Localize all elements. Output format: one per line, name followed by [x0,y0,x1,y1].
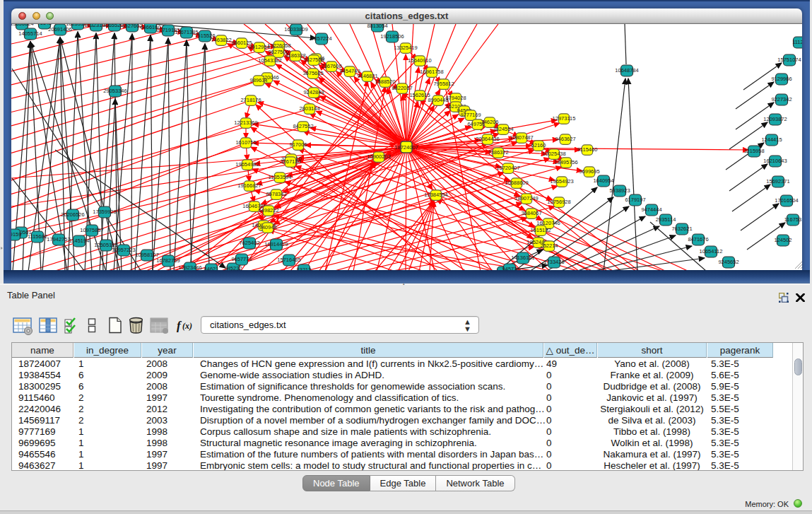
svg-text:19218506: 19218506 [380,33,404,40]
svg-text:19756928: 19756928 [547,199,570,205]
svg-text:17942757: 17942757 [47,236,70,243]
svg-text:9657771: 9657771 [231,256,252,262]
svg-text:6179197: 6179197 [625,197,645,203]
svg-text:989634: 989634 [249,77,267,83]
svg-text:18724007: 18724007 [394,144,418,151]
svg-text:16914479: 16914479 [264,241,288,247]
svg-text:940948: 940948 [259,224,276,230]
svg-text:62160: 62160 [531,142,546,148]
svg-text:5498222: 5498222 [258,207,278,214]
svg-text:9777169: 9777169 [460,112,481,118]
svg-text:18907249: 18907249 [514,195,538,201]
svg-text:9699695: 9699695 [579,168,599,175]
svg-text:1562615: 1562615 [409,92,430,98]
svg-text:9245652: 9245652 [718,259,739,265]
svg-text:15692371: 15692371 [766,178,789,185]
svg-text:15720407: 15720407 [496,165,519,171]
svg-text:16210643: 16210643 [763,158,787,164]
svg-text:7386372: 7386372 [488,149,508,156]
svg-text:15640910: 15640910 [408,57,431,64]
svg-text:19384554: 19384554 [424,192,447,198]
svg-text:2935114: 2935114 [656,216,676,223]
svg-text:1145194: 1145194 [69,238,90,244]
svg-text:8186328: 8186328 [285,52,305,59]
svg-text:2718176: 2718176 [240,97,261,103]
svg-text:19654982: 19654982 [235,161,259,168]
svg-text:1640954: 1640954 [593,177,613,184]
svg-text:1615132: 1615132 [530,227,551,233]
svg-text:29053346: 29053346 [103,88,126,94]
svg-text:15716485: 15716485 [277,257,300,263]
svg-text:10958107: 10958107 [135,252,158,258]
svg-text:17016504: 17016504 [775,197,798,204]
svg-text:1610755: 1610755 [235,139,256,146]
svg-text:17359928: 17359928 [93,209,116,215]
svg-text:2367608: 2367608 [321,63,341,69]
svg-text:9242848: 9242848 [303,89,324,95]
svg-text:13656624: 13656624 [11,24,34,27]
svg-text:3675685: 3675685 [302,70,323,76]
svg-text:8813054: 8813054 [367,24,387,29]
svg-text:1244415: 1244415 [761,136,782,143]
svg-text:15900203: 15900203 [367,153,390,160]
svg-text:7857224: 7857224 [311,35,331,42]
svg-text:f: f [177,319,182,332]
svg-text:252214: 252214 [540,243,558,249]
svg-text:3684067: 3684067 [521,210,541,216]
svg-text:10688609: 10688609 [505,180,528,186]
svg-text:12213369: 12213369 [234,119,257,126]
svg-text:3267130: 3267130 [280,158,300,165]
svg-text:10975857: 10975857 [80,227,103,233]
svg-text:20206526: 20206526 [61,211,84,218]
svg-text:39159: 39159 [11,231,21,238]
svg-text:8427552: 8427552 [293,123,313,129]
svg-text:12093872: 12093872 [763,116,787,122]
svg-text:(x): (x) [182,321,192,331]
svg-text:7955812: 7955812 [433,81,454,87]
svg-text:14136141: 14136141 [511,255,534,261]
svg-text:2803144: 2803144 [299,105,319,112]
svg-text:7625402: 7625402 [239,240,259,246]
svg-text:12973115: 12973115 [553,115,576,122]
svg-text:746206: 746206 [481,119,498,125]
svg-text:19166827: 19166827 [237,182,261,189]
svg-text:1733426: 1733426 [543,259,564,265]
svg-text:9115460: 9115460 [577,146,598,153]
svg-text:20691406: 20691406 [48,26,71,33]
svg-text:10807487: 10807487 [510,134,533,141]
svg-text:19654923: 19654923 [550,178,573,185]
svg-text:7632621: 7632621 [671,226,692,232]
svg-text:3824554: 3824554 [493,126,513,132]
svg-text:8578342: 8578342 [266,191,286,197]
svg-text:15751074: 15751074 [777,57,801,63]
svg-text:6794028: 6794028 [445,95,466,101]
svg-text:1527602: 1527602 [122,24,142,29]
svg-text:17957223: 17957223 [112,247,135,253]
svg-text:5938923: 5938923 [609,187,630,194]
svg-text:9129966: 9129966 [771,76,792,82]
svg-text:11353594: 11353594 [269,174,292,180]
svg-text:16033809: 16033809 [284,26,307,33]
svg-text:10025438: 10025438 [542,151,565,157]
svg-text:116753: 116753 [784,216,801,223]
svg-text:16961758: 16961758 [420,69,443,75]
svg-text:8471676: 8471676 [688,236,708,243]
svg-text:9327508: 9327508 [303,57,324,63]
svg-text:9474444: 9474444 [641,206,661,213]
svg-text:10648784: 10648784 [615,67,638,74]
svg-text:917006: 917006 [289,141,307,148]
svg-text:14055714: 14055714 [18,30,42,37]
svg-text:124502: 124502 [774,237,792,243]
svg-text:1588520: 1588520 [375,78,395,85]
svg-text:9227342: 9227342 [771,96,792,103]
svg-text:7463822: 7463822 [211,37,231,43]
svg-text:13325419: 13325419 [394,45,417,51]
svg-text:8912954: 8912954 [249,44,269,50]
svg-text:1115682: 1115682 [28,233,47,240]
svg-text:3215958: 3215958 [743,148,764,154]
svg-text:9463627: 9463627 [555,136,575,142]
svg-text:10543382: 10543382 [258,57,281,64]
svg-text:18495756: 18495756 [554,159,577,165]
svg-text:10654112: 10654112 [700,248,723,255]
svg-text:20364436: 20364436 [476,136,499,142]
